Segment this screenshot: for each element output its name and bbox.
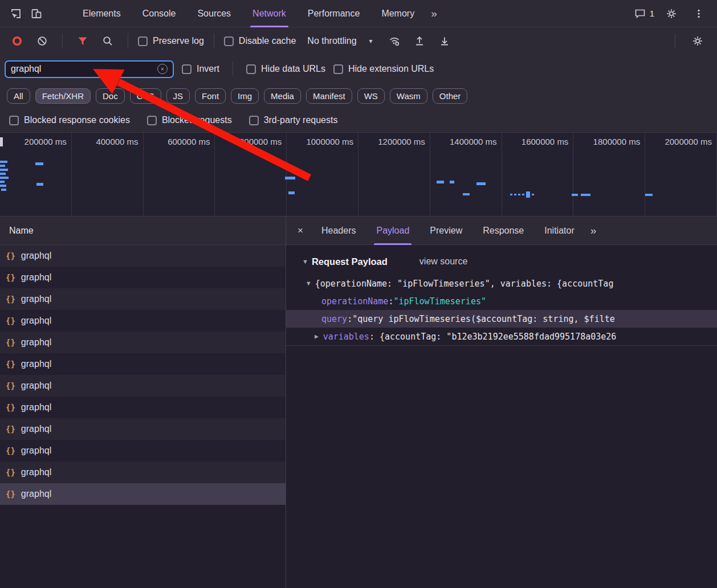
toolbar-right-group xyxy=(670,31,710,51)
close-icon[interactable]: × xyxy=(290,225,311,236)
kebab-menu-icon[interactable] xyxy=(689,3,709,24)
table-row[interactable]: {}graphql xyxy=(0,332,286,353)
inspect-element-icon[interactable] xyxy=(6,3,26,24)
triangle-down-icon[interactable]: ▼ xyxy=(307,280,311,287)
chip-manifest[interactable]: Manifest xyxy=(306,88,352,104)
payload-query-row-selected[interactable]: query: "query ipFlowTimeseries($accountT… xyxy=(286,310,717,328)
table-row[interactable]: {}graphql xyxy=(0,353,286,375)
hide-extension-urls-checkbox[interactable]: Hide extension URLs xyxy=(333,64,434,74)
request-name: graphql xyxy=(21,337,51,348)
chip-doc[interactable]: Doc xyxy=(96,88,125,104)
clear-filter-icon[interactable]: × xyxy=(157,64,168,74)
dtab-headers[interactable]: Headers xyxy=(313,217,364,245)
filter-funnel-icon[interactable] xyxy=(72,31,93,51)
chip-js[interactable]: JS xyxy=(166,88,190,104)
network-split-view: Name {}graphql {}graphql {}graphql {}gra… xyxy=(0,217,717,588)
payload-operation-row[interactable]: operationName: "ipFlowTimeseries" xyxy=(286,292,717,310)
tab-performance[interactable]: Performance xyxy=(300,0,368,27)
chip-wasm[interactable]: Wasm xyxy=(390,88,427,104)
preserve-log-checkbox[interactable]: Preserve log xyxy=(138,36,204,46)
triangle-right-icon[interactable]: ▶ xyxy=(315,333,319,340)
network-overview-timeline[interactable]: 200000 ms 400000 ms 600000 ms 800000 ms … xyxy=(0,132,717,217)
chip-img[interactable]: Img xyxy=(231,88,259,104)
payload-root-row[interactable]: ▼ {operationName: "ipFlowTimeseries", va… xyxy=(286,275,717,292)
payload-value: "ipFlowTimeseries" xyxy=(393,296,486,307)
throttling-value: No throttling xyxy=(307,36,356,46)
json-braces-icon: {} xyxy=(6,446,15,455)
filter-input[interactable] xyxy=(11,64,153,74)
chip-ws[interactable]: WS xyxy=(357,88,385,104)
name-column-header[interactable]: Name xyxy=(0,217,286,245)
device-toolbar-icon[interactable] xyxy=(26,3,47,24)
colon: : xyxy=(347,314,352,324)
table-row[interactable]: {}graphql xyxy=(0,310,286,332)
tab-sources[interactable]: Sources xyxy=(190,0,238,27)
payload-key: operationName xyxy=(321,296,388,307)
filter-input-box: × xyxy=(5,60,174,78)
third-party-requests-checkbox[interactable]: 3rd-party requests xyxy=(249,115,338,125)
checkbox-box xyxy=(224,36,234,46)
dtab-initiator[interactable]: Initiator xyxy=(536,217,582,245)
tab-network[interactable]: Network xyxy=(245,0,294,27)
waterfall-bars xyxy=(0,133,717,217)
payload-root-text: {operationName: "ipFlowTimeseries", vari… xyxy=(315,279,614,289)
chip-font[interactable]: Font xyxy=(195,88,226,104)
dtab-payload[interactable]: Payload xyxy=(368,217,417,245)
table-row[interactable]: {}graphql xyxy=(0,288,286,310)
checkbox-box xyxy=(249,116,259,125)
request-name: graphql xyxy=(21,424,51,434)
table-row[interactable]: {}graphql xyxy=(0,267,286,288)
checkbox-box xyxy=(246,64,256,74)
table-row-selected[interactable]: {}graphql xyxy=(0,483,286,505)
preserve-log-label: Preserve log xyxy=(153,36,204,46)
record-network-log-button[interactable] xyxy=(7,31,27,51)
search-icon[interactable] xyxy=(97,31,118,51)
dtab-preview[interactable]: Preview xyxy=(422,217,470,245)
chip-css[interactable]: CSS xyxy=(130,88,161,104)
json-braces-icon: {} xyxy=(6,381,15,390)
table-row[interactable]: {}graphql xyxy=(0,462,286,483)
chip-other[interactable]: Other xyxy=(433,88,468,104)
table-row[interactable]: {}graphql xyxy=(0,418,286,440)
blocked-requests-checkbox[interactable]: Blocked requests xyxy=(147,115,232,125)
table-row[interactable]: {}graphql xyxy=(0,440,286,462)
console-messages-button[interactable]: 1 xyxy=(634,8,654,19)
clear-network-log-button[interactable] xyxy=(32,31,52,51)
import-har-icon[interactable] xyxy=(409,31,430,51)
table-row[interactable]: {}graphql xyxy=(0,245,286,267)
table-row[interactable]: {}graphql xyxy=(0,375,286,397)
tab-elements[interactable]: Elements xyxy=(75,0,128,27)
divider xyxy=(233,62,233,76)
network-settings-gear-icon[interactable] xyxy=(687,31,708,51)
blocked-response-cookies-label: Blocked response cookies xyxy=(24,115,130,125)
chip-media[interactable]: Media xyxy=(264,88,301,104)
tab-console[interactable]: Console xyxy=(135,0,184,27)
blocked-response-cookies-checkbox[interactable]: Blocked response cookies xyxy=(9,115,130,125)
view-source-link[interactable]: view source xyxy=(419,256,467,267)
message-bubble-icon xyxy=(634,8,646,19)
chip-fetch-xhr[interactable]: Fetch/XHR xyxy=(35,88,91,104)
divider xyxy=(62,34,63,48)
dtab-response[interactable]: Response xyxy=(475,217,532,245)
triangle-down-icon[interactable]: ▼ xyxy=(302,258,308,265)
throttling-select[interactable]: No throttling ▾ xyxy=(300,36,379,46)
more-tabs-icon[interactable]: » xyxy=(425,7,443,20)
table-row[interactable]: {}graphql xyxy=(0,397,286,418)
hide-data-urls-label: Hide data URLs xyxy=(261,64,325,74)
hide-extension-urls-label: Hide extension URLs xyxy=(348,64,434,74)
hide-data-urls-checkbox[interactable]: Hide data URLs xyxy=(246,64,325,74)
filter-bar: × Invert Hide data URLs Hide extension U… xyxy=(0,55,717,83)
payload-variables-row[interactable]: ▶ variables: {accountTag: "b12e3b2192ee5… xyxy=(286,328,717,345)
json-braces-icon: {} xyxy=(6,316,15,325)
network-conditions-icon[interactable] xyxy=(384,31,405,51)
tab-memory[interactable]: Memory xyxy=(374,0,422,27)
settings-gear-icon[interactable] xyxy=(661,3,682,24)
more-detail-tabs-icon[interactable]: » xyxy=(585,224,602,237)
request-name: graphql xyxy=(21,359,51,369)
invert-checkbox[interactable]: Invert xyxy=(182,64,219,74)
payload-variables-text: variables: {accountTag: "b12e3b2192ee558… xyxy=(323,332,617,342)
export-har-icon[interactable] xyxy=(434,31,455,51)
disable-cache-checkbox[interactable]: Disable cache xyxy=(224,36,296,46)
chip-all[interactable]: All xyxy=(7,88,30,104)
detail-tab-bar: × Headers Payload Preview Response Initi… xyxy=(286,217,717,245)
